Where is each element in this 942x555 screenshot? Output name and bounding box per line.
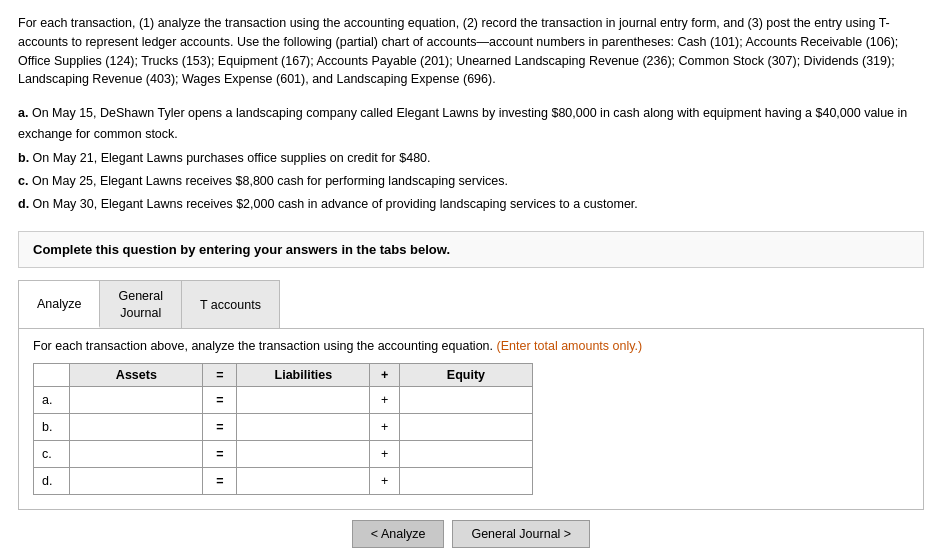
- plus-b: +: [370, 413, 399, 440]
- row-label-d: d.: [34, 467, 70, 494]
- equals-d: =: [203, 467, 237, 494]
- header-assets: Assets: [70, 363, 203, 386]
- equity-input-b[interactable]: [399, 413, 532, 440]
- tab-content-area: For each transaction above, analyze the …: [18, 328, 924, 510]
- equals-a: =: [203, 386, 237, 413]
- liabilities-input-a[interactable]: [237, 386, 370, 413]
- transactions-section: a. On May 15, DeShawn Tyler opens a land…: [18, 103, 924, 215]
- tab-t-accounts[interactable]: T accounts: [182, 281, 279, 328]
- liabilities-input-b[interactable]: [237, 413, 370, 440]
- tab-general-journal[interactable]: GeneralJournal: [100, 281, 181, 328]
- table-row: b. = +: [34, 413, 533, 440]
- equity-input-c[interactable]: [399, 440, 532, 467]
- header-equals: =: [203, 363, 237, 386]
- equals-b: =: [203, 413, 237, 440]
- header-liabilities: Liabilities: [237, 363, 370, 386]
- plus-c: +: [370, 440, 399, 467]
- plus-d: +: [370, 467, 399, 494]
- equation-instruction: For each transaction above, analyze the …: [33, 339, 909, 353]
- assets-input-c[interactable]: [70, 440, 203, 467]
- plus-a: +: [370, 386, 399, 413]
- liabilities-input-c[interactable]: [237, 440, 370, 467]
- table-row: d. = +: [34, 467, 533, 494]
- row-label-c: c.: [34, 440, 70, 467]
- accounting-equation-table: Assets = Liabilities + Equity a. = + b. …: [33, 363, 533, 495]
- complete-instruction-box: Complete this question by entering your …: [18, 231, 924, 268]
- assets-input-b[interactable]: [70, 413, 203, 440]
- equity-input-d[interactable]: [399, 467, 532, 494]
- prev-button[interactable]: < Analyze: [352, 520, 445, 548]
- equity-input-a[interactable]: [399, 386, 532, 413]
- table-row: a. = +: [34, 386, 533, 413]
- header-empty: [34, 363, 70, 386]
- tabs-container: Analyze GeneralJournal T accounts: [18, 280, 280, 328]
- header-equity: Equity: [399, 363, 532, 386]
- tab-analyze[interactable]: Analyze: [19, 281, 100, 328]
- row-label-b: b.: [34, 413, 70, 440]
- equals-c: =: [203, 440, 237, 467]
- liabilities-input-d[interactable]: [237, 467, 370, 494]
- row-label-a: a.: [34, 386, 70, 413]
- table-row: c. = +: [34, 440, 533, 467]
- next-button[interactable]: General Journal >: [452, 520, 590, 548]
- assets-input-d[interactable]: [70, 467, 203, 494]
- intro-paragraph: For each transaction, (1) analyze the tr…: [18, 14, 924, 89]
- assets-input-a[interactable]: [70, 386, 203, 413]
- navigation-buttons: < Analyze General Journal >: [18, 520, 924, 548]
- header-plus: +: [370, 363, 399, 386]
